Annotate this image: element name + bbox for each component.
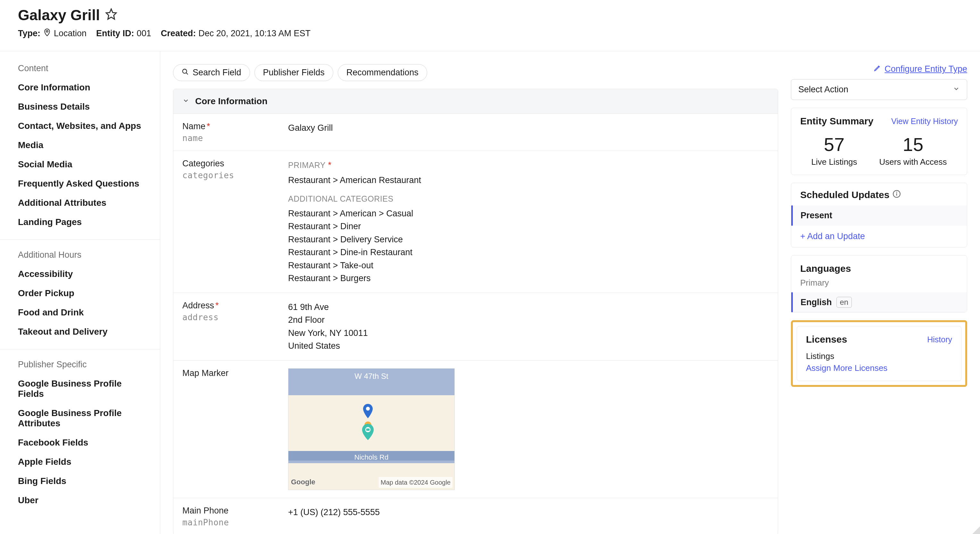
core-information-header[interactable]: Core Information [173, 89, 778, 114]
sidebar-item-landing-pages[interactable]: Landing Pages [0, 212, 160, 232]
sidebar-item-core-information[interactable]: Core Information [0, 78, 160, 97]
sidebar-item-additional-attributes[interactable]: Additional Attributes [0, 193, 160, 212]
language-primary-label: Primary [791, 278, 967, 288]
licenses-history-link[interactable]: History [927, 335, 952, 344]
sidebar-section-content: Content [0, 60, 160, 78]
sidebar-item-uber[interactable]: Uber [0, 491, 160, 510]
right-rail: Configure Entity Type Select Action Enti… [791, 64, 967, 534]
map-attribution: Map data ©2024 Google [379, 477, 452, 488]
sidebar-item-contact-websites-apps[interactable]: Contact, Websites, and Apps [0, 116, 160, 135]
licenses-card: Licenses History Listings Assign More Li… [797, 326, 961, 381]
sidebar-item-apple-fields[interactable]: Apple Fields [0, 452, 160, 472]
favorite-star-icon[interactable] [105, 8, 117, 22]
search-icon [182, 68, 189, 78]
svg-marker-0 [106, 9, 116, 19]
field-main-phone[interactable]: Main Phone mainPhone +1 (US) (212) 555-5… [173, 498, 778, 534]
left-sidebar: Content Core Information Business Detail… [0, 51, 160, 534]
chevron-down-icon [182, 96, 189, 107]
licenses-highlight: Licenses History Listings Assign More Li… [791, 320, 967, 387]
sidebar-item-food-and-drink[interactable]: Food and Drink [0, 303, 160, 322]
core-information-panel: Core Information Name* name Galaxy Grill… [173, 89, 778, 534]
pencil-icon [873, 64, 881, 74]
map-street-label: W 47th St [355, 371, 388, 382]
sidebar-item-media[interactable]: Media [0, 135, 160, 155]
languages-title: Languages [800, 263, 958, 274]
configure-entity-type-link[interactable]: Configure Entity Type [791, 64, 967, 74]
sidebar-item-business-details[interactable]: Business Details [0, 97, 160, 116]
svg-rect-7 [366, 428, 370, 430]
recommendations-pill[interactable]: Recommendations [338, 64, 427, 81]
sidebar-section-additional-hours: Additional Hours [0, 247, 160, 265]
entity-title: Galaxy Grill [18, 6, 100, 24]
sidebar-item-social-media[interactable]: Social Media [0, 155, 160, 174]
meta-created: Created: Dec 20, 2021, 10:13 AM EST [161, 29, 310, 38]
field-name[interactable]: Name* name Galaxy Grill [173, 114, 778, 151]
field-address[interactable]: Address* address 61 9th Ave 2nd Floor Ne… [173, 293, 778, 360]
svg-point-4 [366, 407, 370, 411]
svg-point-10 [897, 192, 897, 192]
chevron-down-icon [953, 84, 960, 94]
scheduled-updates-card: Scheduled Updates Present + Add an Updat… [791, 183, 967, 247]
scheduled-updates-title: Scheduled Updates [800, 190, 889, 200]
publisher-fields-pill[interactable]: Publisher Fields [255, 64, 333, 81]
search-field-pill[interactable]: Search Field [173, 64, 250, 81]
meta-type: Type: Location [18, 28, 86, 39]
map-pin-blue-icon [362, 404, 374, 419]
sidebar-item-google-business-profile-attributes[interactable]: Google Business Profile Attributes [0, 403, 160, 433]
licenses-title: Licenses [806, 334, 847, 345]
language-code-badge: en [837, 297, 852, 308]
sidebar-item-google-business-profile-fields[interactable]: Google Business Profile Fields [0, 374, 160, 403]
info-icon[interactable] [892, 190, 901, 200]
svg-line-3 [186, 73, 188, 75]
stat-users-with-access: 15 Users with Access [879, 134, 947, 167]
assign-more-licenses-link[interactable]: Assign More Licenses [806, 363, 952, 373]
page-header: Galaxy Grill Type: Location Entity ID: 0… [0, 0, 980, 47]
entity-summary-card: Entity Summary View Entity History 57 Li… [791, 108, 967, 175]
map-road-label: Nichols Rd [355, 452, 388, 462]
location-pin-icon [43, 28, 51, 39]
sidebar-item-takeout-delivery[interactable]: Takeout and Delivery [0, 322, 160, 341]
languages-card: Languages Primary English en [791, 255, 967, 312]
map-google-logo: Google [291, 477, 315, 487]
view-entity-history-link[interactable]: View Entity History [891, 117, 958, 126]
map-pin-teal-icon [361, 421, 375, 440]
resize-corner-icon[interactable] [972, 526, 980, 534]
entity-summary-title: Entity Summary [800, 116, 873, 127]
field-map-marker[interactable]: Map Marker W 47th St Nichols Rd [173, 360, 778, 498]
sidebar-item-order-pickup[interactable]: Order Pickup [0, 284, 160, 303]
sidebar-item-facebook-fields[interactable]: Facebook Fields [0, 433, 160, 452]
add-update-link[interactable]: + Add an Update [791, 226, 967, 247]
svg-point-2 [183, 69, 187, 73]
sidebar-item-accessibility[interactable]: Accessibility [0, 265, 160, 284]
sidebar-item-faq[interactable]: Frequently Asked Questions [0, 174, 160, 193]
language-english[interactable]: English en [791, 292, 967, 312]
sidebar-section-publisher-specific: Publisher Specific [0, 356, 160, 374]
scheduled-update-present[interactable]: Present [791, 206, 967, 226]
svg-point-1 [46, 30, 48, 32]
sidebar-item-bing-fields[interactable]: Bing Fields [0, 472, 160, 491]
map-preview[interactable]: W 47th St Nichols Rd Google Map data ©20… [288, 368, 455, 490]
stat-live-listings: 57 Live Listings [811, 134, 857, 167]
select-action-dropdown[interactable]: Select Action [791, 79, 967, 100]
licenses-listings-label: Listings [806, 351, 952, 361]
meta-entity-id: Entity ID: 001 [96, 29, 151, 38]
field-categories[interactable]: Categories categories PRIMARY * Restaura… [173, 151, 778, 293]
